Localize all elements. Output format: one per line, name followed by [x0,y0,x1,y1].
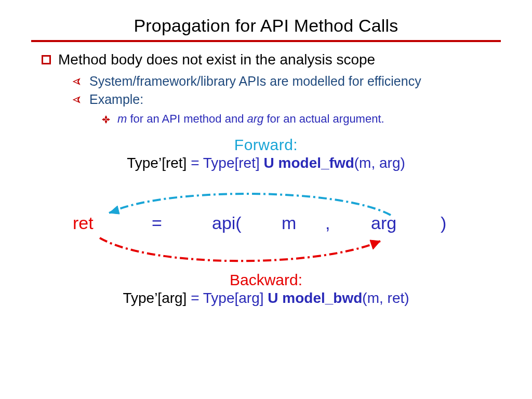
fwd-type: Type[ret] [200,155,264,171]
bwd-union: U [268,290,278,306]
airplane-icon [72,95,83,108]
token-comma: , [325,213,330,233]
forward-label: Forward: [31,136,501,154]
forward-formula: Type’[ret] = Type[ret] U model_fwd(m, ar… [31,155,501,171]
bullet-l1-text: Method body does not exist in the analys… [58,51,375,68]
svg-marker-3 [106,118,110,121]
svg-marker-2 [102,118,106,121]
slide: Propagation for API Method Calls Method … [0,0,532,399]
fwd-model: model_fwd [274,155,354,171]
fwd-union: U [264,155,274,171]
title-underline [31,40,501,42]
svg-marker-1 [105,119,108,124]
hollow-square-icon [42,55,51,64]
bullet-l3-text: m for an API method and arg for an actua… [117,112,384,126]
four-diamond-icon [102,115,112,126]
token-arg: arg [371,213,396,233]
bwd-model: model_bwd [278,290,363,306]
token-ret: ret [73,213,94,233]
bwd-args: (m, ret) [362,290,409,306]
bullet-l2-a-text: System/framework/library APIs are modell… [89,73,421,89]
fwd-eq: = [191,155,199,171]
token-m: m [282,213,296,233]
backward-arrow-arc [69,234,463,264]
bullet-l3: m for an API method and arg for an actua… [102,112,501,126]
bwd-eq: = [191,290,199,306]
bwd-lhs: Type’[arg] [123,290,187,306]
text-arg: arg [247,112,263,125]
backward-formula: Type’[arg] = Type[arg] U model_bwd(m, re… [31,290,501,307]
svg-marker-0 [105,115,108,119]
bwd-type: Type[arg] [200,290,268,306]
text-post: for an actual argument. [263,112,384,125]
fwd-args: (m, arg) [354,155,405,171]
slide-title: Propagation for API Method Calls [31,16,501,36]
bullet-l1: Method body does not exist in the analys… [42,51,501,68]
token-eq: = [152,213,162,233]
backward-label: Backward: [31,271,501,289]
fwd-lhs: Type’[ret] [127,155,187,171]
bullet-l2-b: Example: [72,91,501,108]
text-m: m [117,112,127,125]
bullet-l2-a: System/framework/library APIs are modell… [72,73,501,89]
center-equation: ret = api( m , arg ) [69,181,463,269]
svg-marker-5 [370,240,380,249]
text-mid: for an API method and [127,112,247,125]
token-api: api( [212,213,242,233]
bullet-list: Method body does not exist in the analys… [42,51,501,126]
bullet-l2-b-text: Example: [89,91,143,108]
token-close: ) [441,213,446,233]
airplane-icon [72,76,83,89]
svg-marker-4 [109,206,119,214]
forward-arrow-arc [69,191,463,216]
